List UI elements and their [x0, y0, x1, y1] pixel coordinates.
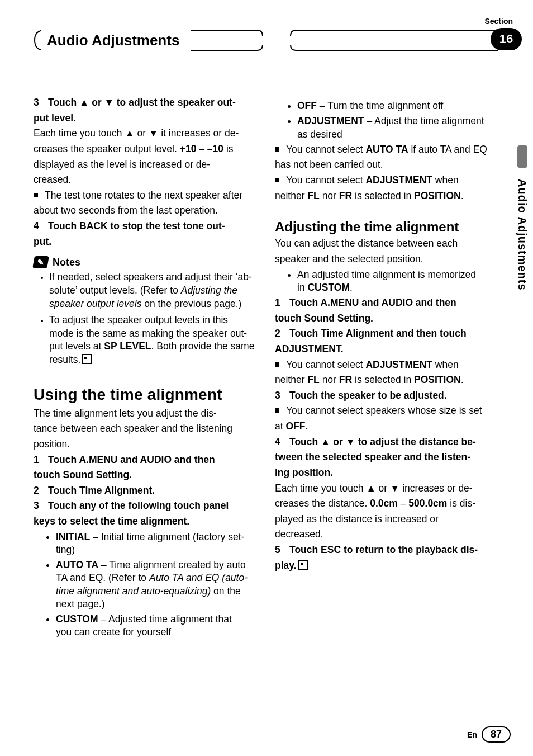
subsection-heading-adjusting-ta: Adjusting the time alignment [275, 219, 497, 235]
content-columns: 3Touch ▲ or ▼ to adjust the speaker out-… [34, 96, 497, 706]
end-mark-icon [82, 354, 92, 364]
constraint-note: has not been carried out. [275, 158, 497, 172]
r-step-4-heading-line2: tween the selected speaker and the liste… [275, 451, 497, 464]
chapter-badge: 16 [491, 28, 522, 50]
step-number: 3 [34, 96, 48, 110]
r-step-4-body: decreased. [275, 528, 497, 541]
r-step-3-note: You cannot select speakers whose size is… [275, 404, 497, 418]
r-step-1-heading-line2: touch Sound Setting. [275, 312, 497, 325]
page-header: Section Audio Adjustments 16 [34, 17, 522, 62]
step-3-body: displayed as the level is increased or d… [34, 158, 256, 172]
step-3-heading-line2: put level. [34, 112, 256, 125]
step-number: 3 [34, 499, 48, 513]
list-item: CUSTOM – Adjusted time alignment that yo… [56, 613, 256, 639]
step-2-heading: 2Touch Time Alignment. [34, 484, 256, 498]
page-footer: En 87 [0, 717, 533, 739]
header-title: Audio Adjustments [47, 32, 179, 49]
list-item: To adjust the speaker output levels in t… [49, 314, 256, 367]
r-step-2-note: You cannot select ADJUSTMENT when [275, 358, 497, 372]
options-list-cont: OFF – Turn the time alignment off ADJUST… [275, 100, 497, 141]
list-item: ADJUSTMENT – Adjust the time alignment a… [297, 115, 497, 141]
step-number: 5 [275, 544, 289, 557]
section-heading-using-ta: Using the time alignment [34, 386, 256, 404]
r-step-4-body: Each time you touch ▲ or ▼ increases or … [275, 482, 497, 495]
side-tab-label: Audio Adjustments [516, 179, 529, 291]
r-step-2-heading: 2Touch Time Alignment and then touch [275, 327, 497, 341]
r-step-5-heading-line2: play. [275, 559, 497, 573]
r-step-3-heading: 3Touch the speaker to be adjusted. [275, 389, 497, 403]
list-item: INITIAL – Initial time alignment (factor… [56, 531, 256, 557]
notes-list: If needed, select speakers and adjust th… [34, 271, 256, 366]
step-4-heading: 4Touch BACK to stop the test tone out- [34, 220, 256, 233]
step-number: 1 [34, 453, 48, 467]
notes-heading: ✎ Notes [34, 256, 256, 268]
r-step-3-note: at OFF. [275, 420, 497, 433]
step-1-heading: 1Touch A.MENU and AUDIO and then [34, 453, 256, 467]
step-3-body: creases the speaker output level. +10 – … [34, 143, 256, 156]
step-3b-heading-line2: keys to select the time alignment. [34, 515, 256, 528]
r-step-4-body: played as the distance is increased or [275, 513, 497, 526]
step-3-body: creased. [34, 173, 256, 187]
list-item: An adjusted time alignment is memorized … [297, 268, 497, 295]
square-bullet-icon [275, 362, 279, 367]
header-title-wrap: Audio Adjustments [41, 29, 191, 51]
end-mark-icon [298, 560, 308, 570]
footer-language: En [467, 730, 477, 739]
square-bullet-icon [275, 178, 279, 182]
footer-page-number: 87 [482, 726, 511, 743]
square-bullet-icon [275, 147, 279, 152]
section-body: tance between each speaker and the liste… [34, 422, 256, 436]
options-list: INITIAL – Initial time alignment (factor… [34, 531, 256, 639]
step-1-heading-line2: touch Sound Setting. [34, 469, 256, 482]
r-step-2-heading-line2: ADJUSTMENT. [275, 343, 497, 356]
list-item: AUTO TA – Time alignment created by auto… [56, 559, 256, 611]
r-step-2-note: neither FL nor FR is selected in POSITIO… [275, 374, 497, 387]
list-item: OFF – Turn the time alignment off [297, 100, 497, 112]
left-column: 3Touch ▲ or ▼ to adjust the speaker out-… [34, 96, 256, 706]
step-3-note: about two seconds from the last operatio… [34, 204, 256, 218]
step-3b-heading: 3Touch any of the following touch panel [34, 499, 256, 513]
section-body: The time alignment lets you adjust the d… [34, 407, 256, 420]
square-bullet-icon [275, 408, 279, 413]
step-number: 2 [34, 484, 48, 498]
step-number: 4 [275, 436, 289, 449]
subsection-body: speaker and the selected position. [275, 253, 497, 266]
step-3-body: Each time you touch ▲ or ▼ it increases … [34, 127, 256, 140]
r-step-4-heading: 4Touch ▲ or ▼ to adjust the distance be- [275, 436, 497, 449]
right-column: OFF – Turn the time alignment off ADJUST… [275, 96, 497, 706]
subsection-list: An adjusted time alignment is memorized … [275, 268, 497, 295]
pencil-icon: ✎ [32, 256, 49, 268]
step-number: 2 [275, 327, 289, 341]
side-tab: Audio Adjustments [511, 145, 533, 570]
step-3-heading: 3Touch ▲ or ▼ to adjust the speaker out- [34, 96, 256, 110]
side-tab-marker [517, 145, 527, 168]
square-bullet-icon [34, 193, 38, 197]
section-body: position. [34, 438, 256, 451]
list-item: If needed, select speakers and adjust th… [49, 271, 256, 310]
constraint-note: You cannot select ADJUSTMENT when [275, 174, 497, 187]
r-step-5-heading: 5Touch ESC to return to the playback dis… [275, 544, 497, 557]
step-number: 4 [34, 220, 48, 233]
step-3-note: The test tone rotates to the next speake… [34, 189, 256, 202]
r-step-4-body: creases the distance. 0.0cm – 500.0cm is… [275, 497, 497, 511]
step-number: 1 [275, 296, 289, 310]
r-step-4-heading-line3: ing position. [275, 466, 497, 480]
step-number: 3 [275, 389, 289, 403]
r-step-1-heading: 1Touch A.MENU and AUDIO and then [275, 296, 497, 310]
subsection-body: You can adjust the distance between each [275, 237, 497, 251]
constraint-note: neither FL nor FR is selected in POSITIO… [275, 190, 497, 203]
constraint-note: You cannot select AUTO TA if auto TA and… [275, 143, 497, 157]
step-4-heading-line2: put. [34, 235, 256, 249]
